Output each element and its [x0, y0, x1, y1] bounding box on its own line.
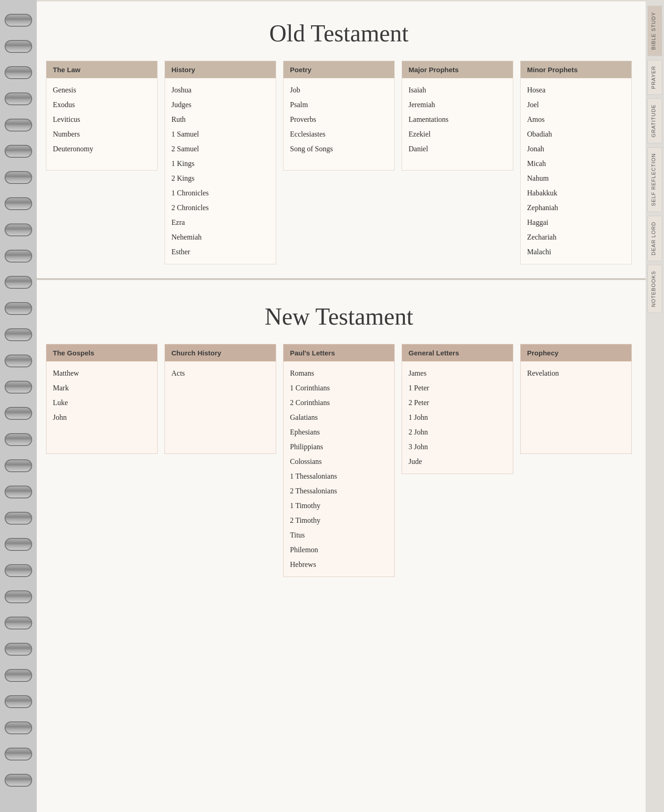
book-item[interactable]: Leviticus: [53, 112, 151, 127]
nt-column-4: ProphecyRevelation: [520, 344, 632, 454]
book-item[interactable]: Ecclesiastes: [290, 127, 388, 142]
book-item[interactable]: Jeremiah: [409, 97, 506, 112]
book-item[interactable]: Haggai: [527, 215, 625, 230]
spiral-coil: [5, 459, 32, 472]
spiral-coil: [5, 538, 32, 551]
book-item[interactable]: 2 John: [409, 425, 506, 440]
ot-column-0: The LawGenesisExodusLeviticusNumbersDeut…: [46, 61, 158, 171]
spiral-coil: [5, 695, 32, 708]
book-item[interactable]: Proverbs: [290, 112, 388, 127]
book-item[interactable]: Deuteronomy: [53, 142, 151, 156]
book-item[interactable]: 2 Chronicles: [171, 200, 269, 215]
nt-column-2: Paul's LettersRomans1 Corinthians2 Corin…: [283, 344, 395, 577]
book-item[interactable]: 1 Corinthians: [290, 381, 388, 395]
book-item[interactable]: 1 Timothy: [290, 498, 388, 513]
ot-books-4: HoseaJoelAmosObadiahJonahMicahNahumHabak…: [521, 78, 631, 264]
book-item[interactable]: Jonah: [527, 142, 625, 156]
spiral-coil: [5, 92, 32, 105]
book-item[interactable]: 2 Samuel: [171, 142, 269, 156]
book-item[interactable]: John: [53, 410, 151, 425]
book-item[interactable]: 1 John: [409, 410, 506, 425]
book-item[interactable]: 1 Thessalonians: [290, 469, 388, 484]
spiral-binding: [0, 0, 37, 812]
spiral-coil: [5, 486, 32, 498]
book-item[interactable]: Job: [290, 83, 388, 97]
book-item[interactable]: Philippians: [290, 440, 388, 454]
book-item[interactable]: Hebrews: [290, 557, 388, 572]
book-item[interactable]: Nehemiah: [171, 230, 269, 245]
old-testament-grid: The LawGenesisExodusLeviticusNumbersDeut…: [46, 61, 632, 264]
tab-bible-study[interactable]: BIBLE STUDY: [647, 6, 662, 56]
book-item[interactable]: Colossians: [290, 454, 388, 469]
ot-books-1: JoshuaJudgesRuth1 Samuel2 Samuel1 Kings2…: [165, 78, 276, 264]
book-item[interactable]: Galatians: [290, 410, 388, 425]
spiral-coil: [5, 774, 32, 787]
ot-books-3: IsaiahJeremiahLamentationsEzekielDaniel: [402, 78, 513, 170]
book-item[interactable]: Isaiah: [409, 83, 506, 97]
spiral-coil: [5, 197, 32, 210]
ot-books-2: JobPsalmProverbsEcclesiastesSong of Song…: [284, 78, 394, 170]
book-item[interactable]: Psalm: [290, 97, 388, 112]
spiral-coil: [5, 564, 32, 577]
book-item[interactable]: Judges: [171, 97, 269, 112]
old-testament-title: Old Testament: [46, 11, 632, 47]
book-item[interactable]: Daniel: [409, 142, 506, 156]
book-item[interactable]: Exodus: [53, 97, 151, 112]
book-item[interactable]: 2 Peter: [409, 395, 506, 410]
book-item[interactable]: Malachi: [527, 245, 625, 259]
book-item[interactable]: Amos: [527, 112, 625, 127]
book-item[interactable]: Habakkuk: [527, 186, 625, 200]
tab-prayer[interactable]: PRAYER: [647, 60, 662, 95]
book-item[interactable]: 2 Thessalonians: [290, 484, 388, 498]
book-item[interactable]: Ruth: [171, 112, 269, 127]
book-item[interactable]: Zechariah: [527, 230, 625, 245]
book-item[interactable]: Ephesians: [290, 425, 388, 440]
book-item[interactable]: Esther: [171, 245, 269, 259]
spiral-coil: [5, 223, 32, 236]
ot-column-header-1: History: [165, 61, 276, 78]
book-item[interactable]: Hosea: [527, 83, 625, 97]
book-item[interactable]: 3 John: [409, 440, 506, 454]
book-item[interactable]: 2 Timothy: [290, 513, 388, 528]
ot-column-header-3: Major Prophets: [402, 61, 513, 78]
spiral-coil: [5, 669, 32, 682]
book-item[interactable]: Song of Songs: [290, 142, 388, 156]
book-item[interactable]: Micah: [527, 156, 625, 171]
book-item[interactable]: Mark: [53, 381, 151, 395]
book-item[interactable]: James: [409, 366, 506, 381]
book-item[interactable]: Ezekiel: [409, 127, 506, 142]
ot-column-header-4: Minor Prophets: [521, 61, 631, 78]
spiral-coil: [5, 328, 32, 341]
book-item[interactable]: 2 Kings: [171, 171, 269, 186]
book-item[interactable]: Ezra: [171, 215, 269, 230]
book-item[interactable]: Obadiah: [527, 127, 625, 142]
nt-column-header-1: Church History: [165, 344, 276, 361]
spiral-coil: [5, 433, 32, 446]
book-item[interactable]: Nahum: [527, 171, 625, 186]
book-item[interactable]: 1 Samuel: [171, 127, 269, 142]
spiral-coil: [5, 512, 32, 525]
tab-notebooks[interactable]: NOTEBOOKS: [647, 265, 662, 313]
book-item[interactable]: Romans: [290, 366, 388, 381]
book-item[interactable]: Lamentations: [409, 112, 506, 127]
spiral-coil: [5, 66, 32, 79]
book-item[interactable]: Luke: [53, 395, 151, 410]
book-item[interactable]: 1 Kings: [171, 156, 269, 171]
book-item[interactable]: Numbers: [53, 127, 151, 142]
tab-self-reflection[interactable]: SELF REFLECTION: [647, 147, 662, 212]
book-item[interactable]: Joshua: [171, 83, 269, 97]
book-item[interactable]: Joel: [527, 97, 625, 112]
book-item[interactable]: Titus: [290, 528, 388, 543]
book-item[interactable]: 1 Peter: [409, 381, 506, 395]
book-item[interactable]: Philemon: [290, 543, 388, 557]
book-item[interactable]: Genesis: [53, 83, 151, 97]
book-item[interactable]: Acts: [171, 366, 269, 381]
book-item[interactable]: Jude: [409, 454, 506, 469]
tab-gratitude[interactable]: GRATITUDE: [647, 98, 662, 143]
book-item[interactable]: Revelation: [527, 366, 625, 381]
tab-dear-lord[interactable]: DEAR LORD: [647, 216, 662, 261]
book-item[interactable]: 2 Corinthians: [290, 395, 388, 410]
book-item[interactable]: 1 Chronicles: [171, 186, 269, 200]
book-item[interactable]: Zephaniah: [527, 200, 625, 215]
book-item[interactable]: Matthew: [53, 366, 151, 381]
